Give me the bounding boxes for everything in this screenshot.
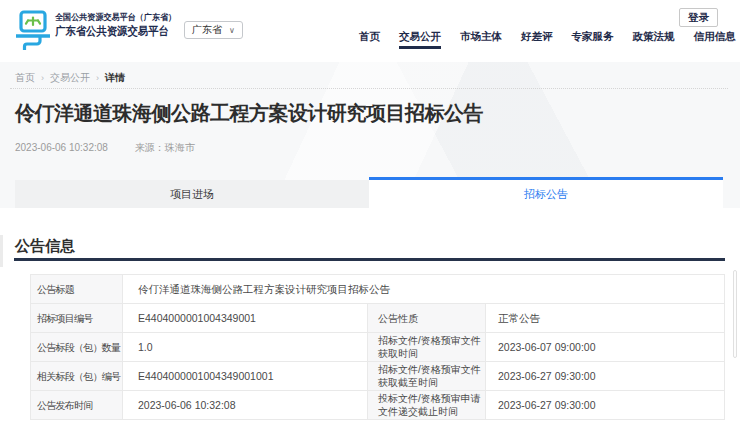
nav-item-reviews[interactable]: 好差评 <box>521 27 553 45</box>
nav-item-market-entities[interactable]: 市场主体 <box>460 27 502 45</box>
row-value: 正常公告 <box>486 304 725 333</box>
breadcrumb: 首页 › 交易公开 › 详情 <box>15 71 125 85</box>
table-row: 招标项目编号 E4404000001004349001 公告性质 正常公告 <box>31 304 725 333</box>
source-label: 来源：珠海市 <box>135 142 195 153</box>
row-value: 2023-06-27 09:30:00 <box>486 391 725 420</box>
row-value: 1.0 <box>123 333 368 362</box>
row-label: 招标项目编号 <box>31 304 123 333</box>
breadcrumb-divider <box>10 88 728 89</box>
page: 全国公共资源交易平台（广东省） 广东省公共资源交易平台 广东省 ∨ 登录 首页 … <box>0 0 740 436</box>
tab-tender-announcement[interactable]: 招标公告 <box>369 177 723 208</box>
announcement-info-table: 公告标题 伶仃洋通道珠海侧公路工程方案设计研究项目招标公告 招标项目编号 E44… <box>30 274 725 420</box>
table-row: 相关标段（包）编号 E4404000001004349001001 招标文件/资… <box>31 362 725 391</box>
row-label: 相关标段（包）编号 <box>31 362 123 391</box>
row-value: 伶仃洋通道珠海侧公路工程方案设计研究项目招标公告 <box>123 275 725 304</box>
section-title: 公告信息 <box>15 237 75 256</box>
nav-item-trade-public[interactable]: 交易公开 <box>399 27 441 45</box>
site-header: 全国公共资源交易平台（广东省） 广东省公共资源交易平台 广东省 ∨ 登录 首页 … <box>0 0 740 62</box>
nav-item-home[interactable]: 首页 <box>359 27 380 45</box>
breadcrumb-separator: › <box>96 72 99 84</box>
row-value: 2023-06-27 09:30:00 <box>486 362 725 391</box>
nav-item-credit-info[interactable]: 信用信息 <box>694 27 736 45</box>
row-value: 2023-06-07 09:00:00 <box>486 333 725 362</box>
site-logo-icon[interactable] <box>13 9 53 53</box>
article-meta: 2023-06-06 10:32:08 来源：珠海市 <box>15 141 195 155</box>
detail-tabs: 项目进场 招标公告 <box>15 177 723 208</box>
row-label: 公告标题 <box>31 275 123 304</box>
region-select-value: 广东省 <box>192 23 222 37</box>
row-label: 公告发布时间 <box>31 391 123 420</box>
table-row: 公告发布时间 2023-06-06 10:32:08 投标文件/资格预审申请文件… <box>31 391 725 420</box>
nav-item-policies[interactable]: 政策法规 <box>633 27 675 45</box>
brand-text: 全国公共资源交易平台（广东省） 广东省公共资源交易平台 <box>55 12 183 39</box>
publish-time: 2023-06-06 10:32:08 <box>15 142 108 153</box>
scrollbar-thumb[interactable] <box>733 270 737 358</box>
row-label: 公告性质 <box>368 304 486 333</box>
left-edge-widget <box>0 235 3 267</box>
row-value: E4404000001004349001 <box>123 304 368 333</box>
row-value: E4404000001004349001001 <box>123 362 368 391</box>
brand-subtitle: 全国公共资源交易平台（广东省） <box>55 12 176 22</box>
region-select[interactable]: 广东省 ∨ <box>184 21 243 39</box>
table-row: 公告标题 伶仃洋通道珠海侧公路工程方案设计研究项目招标公告 <box>31 275 725 304</box>
page-title: 伶仃洋通道珠海侧公路工程方案设计研究项目招标公告 <box>15 100 483 127</box>
table-row: 公告标段（包）数量 1.0 招标文件/资格预审文件获取时间 2023-06-07… <box>31 333 725 362</box>
section-title-rule <box>14 258 725 261</box>
breadcrumb-trade-public[interactable]: 交易公开 <box>50 71 90 85</box>
main-nav: 首页 交易公开 市场主体 好差评 专家服务 政策法规 信用信息 <box>359 27 736 45</box>
breadcrumb-home[interactable]: 首页 <box>15 71 35 85</box>
nav-item-expert-services[interactable]: 专家服务 <box>572 27 614 45</box>
row-value: 2023-06-06 10:32:08 <box>123 391 368 420</box>
breadcrumb-current: 详情 <box>105 71 125 85</box>
brand-title: 广东省公共资源交易平台 <box>55 24 170 39</box>
chevron-down-icon: ∨ <box>229 26 235 35</box>
article-hero: 首页 › 交易公开 › 详情 伶仃洋通道珠海侧公路工程方案设计研究项目招标公告 … <box>0 62 740 208</box>
row-label: 招标文件/资格预审文件获取截至时间 <box>368 362 486 391</box>
row-label: 招标文件/资格预审文件获取时间 <box>368 333 486 362</box>
row-label: 公告标段（包）数量 <box>31 333 123 362</box>
breadcrumb-separator: › <box>41 72 44 84</box>
tab-project-entry[interactable]: 项目进场 <box>15 180 369 208</box>
row-label: 投标文件/资格预审申请文件递交截止时间 <box>368 391 486 420</box>
login-button[interactable]: 登录 <box>679 8 718 27</box>
